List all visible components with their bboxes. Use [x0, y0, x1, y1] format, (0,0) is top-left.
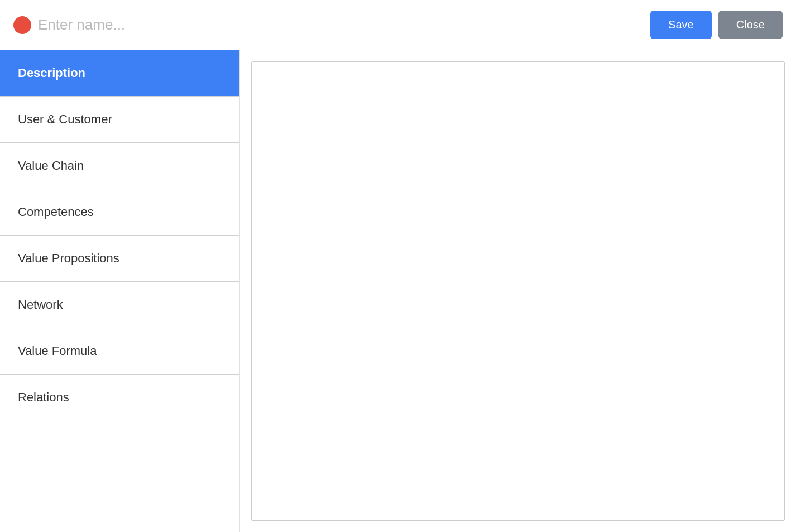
- sidebar-item-network[interactable]: Network: [0, 282, 239, 328]
- sidebar-item-relations[interactable]: Relations: [0, 375, 239, 420]
- header-buttons: Save Close: [650, 11, 783, 39]
- main-layout: Description User & Customer Value Chain …: [0, 50, 796, 532]
- sidebar-item-value-formula[interactable]: Value Formula: [0, 328, 239, 375]
- header-left: [13, 16, 650, 34]
- sidebar-item-user-customer[interactable]: User & Customer: [0, 97, 239, 143]
- sidebar-item-description[interactable]: Description: [0, 50, 239, 97]
- name-input[interactable]: [38, 16, 650, 33]
- save-button[interactable]: Save: [650, 11, 712, 39]
- sidebar-item-value-propositions[interactable]: Value Propositions: [0, 236, 239, 282]
- sidebar-item-value-chain[interactable]: Value Chain: [0, 143, 239, 189]
- sidebar-item-competences[interactable]: Competences: [0, 189, 239, 236]
- header: Save Close: [0, 0, 796, 50]
- content-area: [240, 50, 796, 532]
- close-button[interactable]: Close: [718, 11, 783, 39]
- sidebar: Description User & Customer Value Chain …: [0, 50, 240, 532]
- red-dot-icon: [13, 16, 31, 34]
- content-box: [251, 61, 785, 521]
